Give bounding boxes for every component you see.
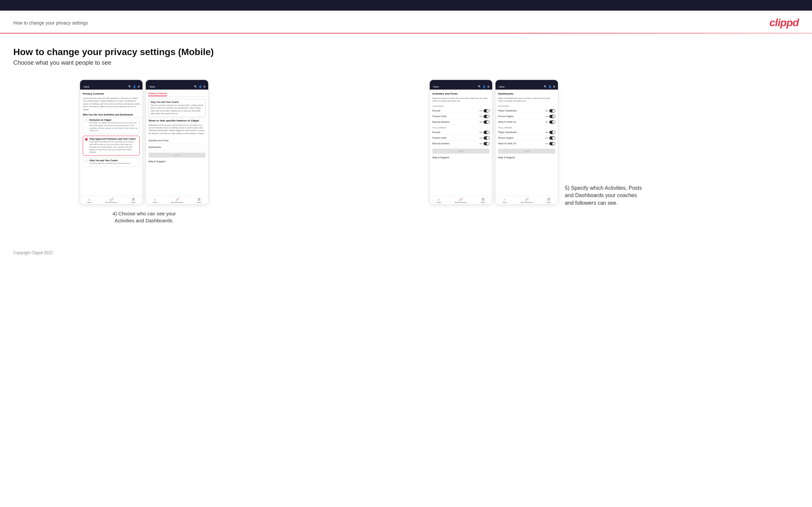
toggle-switch6[interactable] [484, 142, 490, 145]
toggle10[interactable]: ON [545, 131, 555, 134]
toggle7[interactable]: ON [545, 109, 555, 112]
radio2[interactable] [85, 138, 88, 141]
toggle1[interactable]: ON [479, 109, 490, 112]
phone3-manual2-toggle[interactable]: Manual Activities ON [433, 141, 490, 147]
phone3-practice-toggle[interactable]: Practice Drills ON [433, 114, 490, 119]
phone4-what-to-work-toggle[interactable]: What To Work On ON [498, 119, 555, 125]
phone2-perf-btn[interactable]: 📈 My Performance [171, 198, 183, 204]
phone4-player-dash-toggle[interactable]: Player Dashboard ON [498, 108, 555, 114]
phone3-perf-btn[interactable]: 📈 My Performance [455, 198, 467, 204]
phone3-coaches-label: COACHES [433, 105, 490, 107]
phone3-rounds2-toggle[interactable]: Rounds ON [433, 130, 490, 135]
settings-icon[interactable]: ⚙ [203, 85, 206, 88]
phone4-round-insights2-toggle[interactable]: Round Insights ON [498, 135, 555, 141]
search-icon[interactable]: 🔍 [194, 85, 197, 88]
phone4-followers-label: FOLLOWERS [498, 127, 555, 129]
chevron-left-icon: ‹ [498, 86, 499, 88]
toggle8[interactable]: ON [545, 115, 555, 118]
breadcrumb: How to change your privacy settings [13, 20, 88, 25]
settings-icon[interactable]: ⚙ [553, 85, 555, 88]
phone3-back-btn[interactable]: ‹ Back [433, 86, 439, 88]
chevron-left-icon: ‹ [83, 86, 83, 88]
toggle-switch9[interactable] [549, 120, 555, 124]
phone2-activities-item[interactable]: Activities and Posts › [148, 137, 206, 144]
phone2-save-btn[interactable]: Save [148, 153, 206, 158]
radio3[interactable] [85, 160, 88, 162]
people-icon[interactable]: 👤 [199, 85, 202, 88]
phone3-rounds-toggle[interactable]: Rounds ON [433, 108, 490, 114]
phone2-tab-privacy[interactable]: Privacy Controls [148, 92, 167, 96]
toggle-switch5[interactable] [484, 136, 490, 140]
toggle-switch4[interactable] [484, 131, 490, 134]
toggle5[interactable]: ON [479, 136, 490, 140]
phone1-menu-btn[interactable]: ☰ Menu [132, 198, 136, 204]
toggle-switch7[interactable] [549, 109, 555, 112]
phone1-back-btn[interactable]: ‹ Back [83, 86, 89, 88]
phone2-back-btn[interactable]: ‹ Back [148, 86, 155, 88]
toggle6[interactable]: ON [479, 142, 490, 145]
toggle-switch8[interactable] [549, 115, 555, 118]
toggle-switch11[interactable] [549, 136, 555, 140]
phone3-menu-btn[interactable]: ☰ Menu [481, 198, 485, 204]
phone2-menu-btn[interactable]: ☰ Menu [197, 198, 202, 204]
phone1-bottom-nav: ⌂ Home 📈 My Performance ☰ Menu [80, 196, 143, 205]
people-icon[interactable]: 👤 [483, 85, 486, 88]
phone4-back-btn[interactable]: ‹ Back [498, 86, 505, 88]
search-icon[interactable]: 🔍 [478, 85, 481, 88]
toggle-switch3[interactable] [484, 120, 490, 124]
phone3-practice2-toggle[interactable]: Practice Drills ON [433, 135, 490, 141]
toggle9[interactable]: ON [545, 120, 555, 124]
phone3-save-btn[interactable]: Save [433, 149, 490, 154]
phone4-save-btn[interactable]: Save [498, 149, 555, 154]
phone1-option1[interactable]: Everyone on Clippd Everyone on Clippd ca… [83, 117, 140, 134]
phone1-top-bar [80, 80, 143, 84]
phone4-body: Dashboards Select the dashboards that yo… [496, 90, 558, 196]
home-icon: ⌂ [154, 198, 156, 201]
phone3-home-btn[interactable]: ⌂ Home [437, 198, 441, 204]
phone3-manual-toggle[interactable]: Manual Activities ON [433, 119, 490, 125]
settings-icon[interactable]: ⚙ [487, 85, 490, 88]
phone1-option2-title: Only Approved Followers and Your Coach [89, 138, 138, 140]
people-icon[interactable]: 👤 [548, 85, 552, 88]
people-icon[interactable]: 👤 [133, 85, 136, 88]
phone4-home-btn[interactable]: ⌂ Home [503, 198, 507, 204]
step4-caption: 4) Choose who can see your Activities an… [111, 210, 177, 224]
search-icon[interactable]: 🔍 [544, 85, 547, 88]
settings-icon[interactable]: ⚙ [138, 85, 140, 88]
phone1-option3[interactable]: Only You and Your Coach Only you and the… [83, 157, 140, 167]
home-icon: ⌂ [438, 198, 440, 201]
phone4-perf-btn[interactable]: 📈 My Performance [521, 198, 533, 204]
phone4-round-insights-toggle[interactable]: Round Insights ON [498, 114, 555, 119]
toggle-switch2[interactable] [484, 115, 490, 118]
screenshots-row: ‹ Back 🔍 👤 ⚙ Privacy Controls Control ho… [13, 79, 799, 224]
phone4-what-to-work-label: What To Work On [498, 121, 516, 123]
toggle-switch10[interactable] [549, 131, 555, 134]
toggle4[interactable]: ON [479, 131, 490, 134]
search-icon[interactable]: 🔍 [128, 85, 132, 88]
phone2-home-btn[interactable]: ⌂ Home [153, 198, 157, 204]
phone3-manual-label: Manual Activities [433, 121, 450, 123]
footer: Copyright Clippd 2022 [0, 244, 812, 262]
phone1-home-btn[interactable]: ⌂ Home [87, 198, 91, 204]
phone4-help: Help & Support [498, 156, 555, 159]
radio1[interactable] [85, 119, 88, 122]
home-icon: ⌂ [88, 198, 90, 201]
chart-icon: 📈 [175, 198, 179, 201]
toggle11[interactable]: ON [545, 136, 555, 140]
phone1-option2[interactable]: Only Approved Followers and Your Coach O… [83, 136, 140, 156]
toggle-switch1[interactable] [484, 109, 490, 112]
phone4-what-to-work2-toggle[interactable]: What To Work On ON [498, 141, 555, 147]
toggle12[interactable]: ON [545, 142, 555, 145]
toggle3[interactable]: ON [479, 120, 490, 124]
phone4-player-dash-label: Player Dashboard [498, 110, 517, 112]
phone2-top-bar [146, 80, 208, 84]
phone1-nav-icons: 🔍 👤 ⚙ [128, 85, 140, 88]
phone4-player-dash2-toggle[interactable]: Player Dashboard ON [498, 130, 555, 135]
toggle-switch12[interactable] [549, 142, 555, 145]
phone2-dashboards-item[interactable]: Dashboards › [148, 144, 206, 151]
phone2-show-desc: Regardless of the privacy controls that … [148, 124, 206, 135]
phone4-menu-btn[interactable]: ☰ Menu [547, 198, 551, 204]
toggle2[interactable]: ON [479, 115, 490, 118]
phone1-perf-btn[interactable]: 📈 My Performance [105, 198, 117, 204]
page-subtitle: Choose what you want people to see [13, 59, 799, 66]
